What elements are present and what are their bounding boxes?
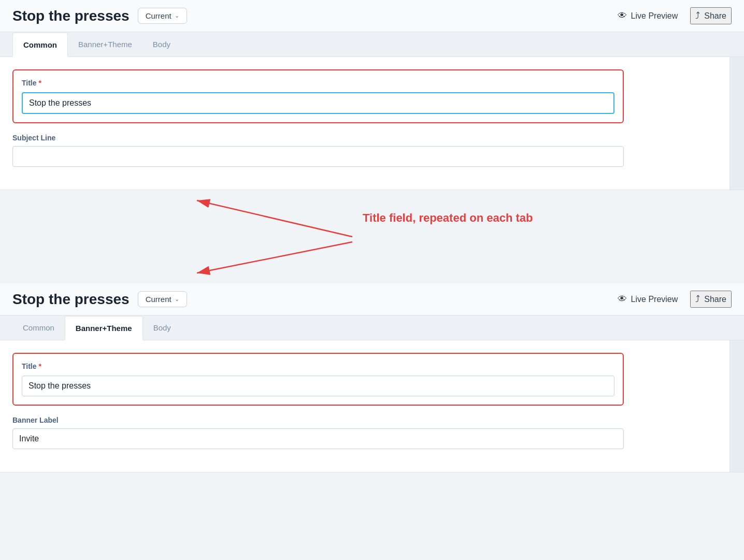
right-sidebar-1 <box>729 57 744 190</box>
eye-icon-2: 👁 <box>618 294 627 305</box>
chevron-down-icon: ⌄ <box>175 12 179 19</box>
version-dropdown-2[interactable]: Current ⌄ <box>138 291 187 307</box>
annotation-area: Title field, repeated on each tab <box>0 190 744 283</box>
svg-line-2 <box>197 242 352 273</box>
title-field-section-2: Title * <box>12 353 624 406</box>
panel-1-header: Stop the presses Current ⌄ 👁 Live Previe… <box>0 0 744 32</box>
title-label-2: Title * <box>22 362 614 370</box>
banner-label-group: Banner Label <box>12 416 624 449</box>
page-title: Stop the presses <box>12 8 130 24</box>
svg-line-1 <box>197 200 352 237</box>
share-icon: ⤴ <box>695 10 700 21</box>
required-star-2: * <box>39 362 41 370</box>
share-icon-2: ⤴ <box>695 294 700 305</box>
chevron-down-icon-2: ⌄ <box>175 296 179 303</box>
tabs-bar-1: Common Banner+Theme Body <box>0 32 744 57</box>
live-preview-button[interactable]: 👁 Live Preview <box>613 8 682 23</box>
title-input-1[interactable] <box>22 92 614 114</box>
tab-common-1[interactable]: Common <box>12 33 68 57</box>
panel-2-header: Stop the presses Current ⌄ 👁 Live Previe… <box>0 283 744 315</box>
page-title-2: Stop the presses <box>12 291 130 308</box>
panel-2-content: Title * Banner Label <box>0 340 744 472</box>
version-label: Current <box>146 11 171 20</box>
subject-line-label: Subject Line <box>12 134 624 142</box>
tab-common-2[interactable]: Common <box>12 316 65 340</box>
eye-icon: 👁 <box>618 10 627 21</box>
title-input-2[interactable] <box>22 376 614 396</box>
annotation-arrow-svg <box>0 190 744 283</box>
live-preview-button-2[interactable]: 👁 Live Preview <box>613 292 682 307</box>
required-star-1: * <box>39 79 41 87</box>
banner-label-label: Banner Label <box>12 416 624 424</box>
panel-1-content: Title * Subject Line <box>0 57 744 190</box>
version-label-2: Current <box>146 295 171 304</box>
panel-1: Stop the presses Current ⌄ 👁 Live Previe… <box>0 0 744 190</box>
tabs-bar-2: Common Banner+Theme Body <box>0 315 744 340</box>
live-preview-label-2: Live Preview <box>631 295 678 304</box>
tab-body-2[interactable]: Body <box>143 316 181 340</box>
title-label-1: Title * <box>22 79 614 87</box>
annotation-text: Title field, repeated on each tab <box>363 211 539 226</box>
subject-line-input[interactable] <box>12 146 624 167</box>
live-preview-label: Live Preview <box>631 11 678 21</box>
panel-2: Stop the presses Current ⌄ 👁 Live Previe… <box>0 283 744 472</box>
share-button[interactable]: ⤴ Share <box>690 7 732 24</box>
right-sidebar-2 <box>729 340 744 472</box>
share-label-2: Share <box>704 295 726 304</box>
tab-body-1[interactable]: Body <box>142 33 181 57</box>
banner-label-input[interactable] <box>12 428 624 449</box>
tab-banner-theme-2[interactable]: Banner+Theme <box>65 316 143 340</box>
tab-banner-theme-1[interactable]: Banner+Theme <box>68 33 142 57</box>
version-dropdown[interactable]: Current ⌄ <box>138 8 187 24</box>
title-field-section-1: Title * <box>12 69 624 123</box>
share-button-2[interactable]: ⤴ Share <box>690 291 732 308</box>
subject-line-group: Subject Line <box>12 134 624 167</box>
share-label: Share <box>704 11 726 21</box>
